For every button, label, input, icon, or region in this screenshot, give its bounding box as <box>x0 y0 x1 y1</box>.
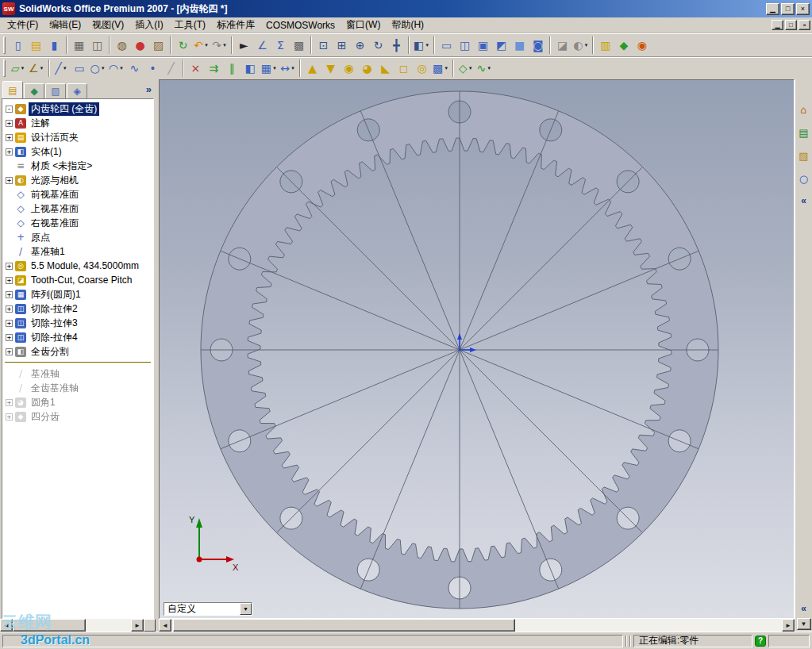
fillet-button[interactable]: ◕ <box>358 60 376 77</box>
tree-item-tooth-cut-feature[interactable]: +◪Tooth-Cut, Coarse Pitch <box>2 273 153 287</box>
tree-item-axis-suppressed[interactable]: /基准轴 <box>2 367 153 381</box>
chamfer-button[interactable]: ◣ <box>376 60 394 77</box>
circular-pattern-button[interactable]: ▩▼ <box>431 60 450 77</box>
scroll-right-icon[interactable]: ► <box>131 619 144 632</box>
tree-item-part[interactable]: -◆内齿轮四 (全齿) <box>2 102 153 116</box>
shell-button[interactable]: ◻ <box>394 60 413 77</box>
sketch-dropdown-icon[interactable]: ▼ <box>20 66 25 71</box>
tree-item-front-plane[interactable]: ◇前视基准面 <box>2 187 153 202</box>
move-entities-button[interactable]: ↔▼ <box>279 60 297 77</box>
tree-item-design-binder[interactable]: +▤设计活页夹 <box>2 130 153 144</box>
menu-item-5[interactable]: 工具(T) <box>169 17 211 33</box>
tree-item-origin[interactable]: +原点 <box>2 230 153 244</box>
edit-appearance-button[interactable]: ● <box>131 36 149 54</box>
tab-featuremanager[interactable]: ▤ <box>2 81 23 98</box>
options-button[interactable]: ▩ <box>290 36 308 54</box>
shadows-in-shaded-mode-button[interactable]: ◙ <box>529 36 547 54</box>
view-orientation-button[interactable]: ◐▼ <box>571 36 590 54</box>
smart-dimension-button[interactable]: ∠▼ <box>27 60 46 77</box>
linear-sketch-pattern-button[interactable]: ▦▼ <box>260 60 279 77</box>
redo-dropdown-icon[interactable]: ▼ <box>222 43 227 48</box>
apply-scene-button[interactable]: ▨ <box>149 36 167 54</box>
menu-item-4[interactable]: 插入(I) <box>129 17 168 33</box>
smart-dimension-dropdown-icon[interactable]: ▼ <box>40 66 44 71</box>
view-combo[interactable]: 自定义 ▼ <box>164 602 252 616</box>
new-document-button[interactable]: ▯ <box>9 36 27 54</box>
expander-icon[interactable]: + <box>6 320 13 327</box>
shaded-with-edges-button[interactable]: ◩ <box>492 36 510 54</box>
tree-item-material[interactable]: ≡材质 <未指定> <box>2 159 153 173</box>
arc-button[interactable]: ◠▼ <box>107 60 125 77</box>
menu-item-7[interactable]: COSMOSWorks <box>260 18 341 33</box>
rebuild-button[interactable]: ↻ <box>174 36 192 54</box>
tree-item-gear-profile-feature[interactable]: +◎5.5 Module, 434.5000mm <box>2 259 153 273</box>
panel-expand-chevron-icon[interactable]: » <box>146 83 152 95</box>
tree-item-axis1[interactable]: /基准轴1 <box>2 244 153 259</box>
expander-icon[interactable]: + <box>6 177 13 184</box>
design-library-button[interactable]: ▤ <box>796 125 812 140</box>
menu-item-2[interactable]: 编辑(E) <box>44 17 87 33</box>
print-button[interactable]: ▦ <box>70 36 88 54</box>
minimize-button[interactable]: ▁ <box>766 3 779 15</box>
rotate-view-button[interactable]: ↻ <box>369 36 387 54</box>
hole-wizard-button[interactable]: ◎ <box>413 60 431 77</box>
undo-dropdown-icon[interactable]: ▼ <box>204 43 209 48</box>
solidworks-resources-button[interactable]: ⌂ <box>796 102 812 117</box>
linear-sketch-pattern-dropdown-icon[interactable]: ▼ <box>272 66 277 71</box>
viewport-horizontal-scrollbar[interactable]: ◄ ► <box>159 619 795 632</box>
reference-geometry-dropdown-icon[interactable]: ▼ <box>468 66 473 71</box>
expander-icon[interactable]: + <box>6 399 13 406</box>
doc-restore-button[interactable]: □ <box>785 20 797 30</box>
move-entities-dropdown-icon[interactable]: ▼ <box>291 66 295 71</box>
scroll-left-icon[interactable]: ◄ <box>159 619 171 632</box>
save-button[interactable]: ▮ <box>45 36 63 54</box>
tree-item-annotations[interactable]: +A注解 <box>2 116 153 130</box>
viewport-scroll-track[interactable] <box>171 619 782 632</box>
wireframe-button[interactable]: ▭ <box>437 36 456 54</box>
point-button[interactable]: • <box>144 60 162 77</box>
graphics-viewport[interactable]: Y X 自定义 ▼ <box>159 79 795 619</box>
menu-item-1[interactable]: 文件(F) <box>2 17 44 33</box>
tree-item-circular-pattern1[interactable]: +▦阵列(圆周)1 <box>2 287 153 301</box>
curves-button[interactable]: ∿▼ <box>475 60 493 77</box>
tree-item-top-plane[interactable]: ◇上视基准面 <box>2 202 153 216</box>
tree-item-right-plane[interactable]: ◇右视基准面 <box>2 216 153 230</box>
trim-entities-button[interactable]: × <box>187 60 205 77</box>
circle-button[interactable]: ○▼ <box>89 60 107 77</box>
rollback-bar[interactable] <box>5 362 151 363</box>
tree-item-quarter-tooth-suppressed[interactable]: +◆四分齿 <box>2 409 153 424</box>
redo-button[interactable]: ↷▼ <box>210 36 229 54</box>
open-document-button[interactable]: ▤ <box>27 36 45 54</box>
circle-dropdown-icon[interactable]: ▼ <box>101 66 106 71</box>
doc-minimize-button[interactable]: ▁ <box>772 20 783 30</box>
zoom-to-fit-button[interactable]: ⊡ <box>314 36 333 54</box>
convert-entities-button[interactable]: ⇉ <box>205 60 223 77</box>
expander-icon[interactable]: + <box>6 263 13 270</box>
cosmosworks-tools-button[interactable]: ◆ <box>614 36 633 54</box>
expander-icon[interactable]: - <box>6 106 13 113</box>
tree-item-full-tooth-axis-suppressed[interactable]: /全齿基准轴 <box>2 381 153 395</box>
revolved-boss-button[interactable]: ◉ <box>340 60 358 77</box>
toolbar-grip[interactable] <box>3 60 6 77</box>
offset-entities-button[interactable]: ∥ <box>223 60 241 77</box>
gear-drawing[interactable] <box>160 80 795 619</box>
combo-dropdown-icon[interactable]: ▼ <box>240 603 252 615</box>
undo-button[interactable]: ↶▼ <box>192 36 210 54</box>
zoom-to-area-button[interactable]: ⊞ <box>333 36 351 54</box>
tree-item-solid-bodies-folder[interactable]: +◧实体(1) <box>2 144 153 159</box>
toolbox-button[interactable]: ▥ <box>596 36 614 54</box>
tree-item-full-tooth-split[interactable]: +◧全齿分割 <box>2 344 153 359</box>
print-preview-button[interactable]: ◫ <box>88 36 106 54</box>
circular-pattern-dropdown-icon[interactable]: ▼ <box>444 66 448 71</box>
mirror-entities-button[interactable]: ◧ <box>241 60 260 77</box>
spline-button[interactable]: ∿ <box>125 60 144 77</box>
task-pane-collapse-icon[interactable]: « <box>797 194 811 207</box>
search-button[interactable]: ○ <box>796 171 812 186</box>
toolbar-grip[interactable] <box>3 36 6 54</box>
expander-icon[interactable]: + <box>6 305 13 313</box>
arc-dropdown-icon[interactable]: ▼ <box>119 66 124 71</box>
photoworks-render-button[interactable]: ◍ <box>113 36 131 54</box>
standard-views-button[interactable]: ◧▼ <box>412 36 431 54</box>
zoom-in-out-button[interactable]: ⊕ <box>351 36 369 54</box>
restore-button[interactable]: □ <box>781 3 795 15</box>
